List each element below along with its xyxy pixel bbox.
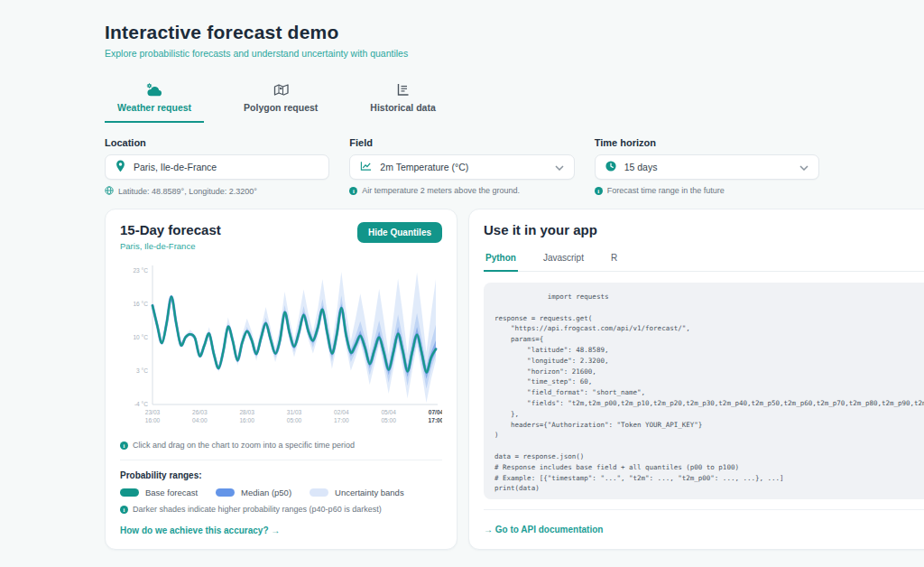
- legend-item-base-forecast: Base forecast: [120, 488, 198, 497]
- tab-historical-data[interactable]: Historical data: [357, 82, 448, 123]
- location-value: Paris, Ile-de-France: [134, 162, 217, 172]
- horizon-value: 15 days: [624, 162, 658, 172]
- globe-icon: [105, 186, 114, 197]
- forecast-card-title: 15-Day forecast: [120, 222, 221, 237]
- polygon-map-icon: [273, 82, 289, 97]
- page-title: Interactive forecast demo: [105, 22, 819, 43]
- field-select[interactable]: 2m Temperature (°C): [349, 154, 574, 180]
- info-icon: i: [349, 187, 357, 195]
- svg-text:05/0405:00: 05/0405:00: [381, 409, 396, 423]
- field-label: Field: [349, 137, 574, 148]
- tab-historical-data-label: Historical data: [370, 102, 435, 113]
- forecast-chart[interactable]: 23 °C16 °C10 °C3 °C-4 °C23/0316:0026/030…: [120, 258, 442, 435]
- chart-zoom-hint-text: Click and drag on the chart to zoom into…: [133, 441, 355, 450]
- svg-text:10 °C: 10 °C: [133, 334, 148, 340]
- location-label: Location: [105, 137, 329, 148]
- location-helper: Latitude: 48.8589°, Longitude: 2.3200°: [105, 186, 329, 197]
- tab-polygon-request[interactable]: Polygon request: [231, 82, 330, 123]
- info-icon: i: [120, 506, 128, 514]
- svg-text:-4 °C: -4 °C: [134, 401, 148, 407]
- historical-chart-icon: [396, 82, 410, 97]
- chevron-down-icon: [799, 162, 808, 172]
- clock-icon: [605, 161, 616, 173]
- svg-text:02/0417:00: 02/0417:00: [334, 409, 349, 423]
- divider: [120, 460, 442, 460]
- median-swatch: [216, 488, 235, 497]
- field-helper-text: Air temperature 2 meters above the groun…: [362, 186, 520, 195]
- svg-text:28/0316:00: 28/0316:00: [239, 409, 254, 423]
- tab-javascript[interactable]: Javascript: [541, 246, 586, 272]
- tab-r[interactable]: R: [609, 246, 619, 272]
- hide-quantiles-button[interactable]: Hide Quantiles: [357, 222, 442, 243]
- chart-zoom-hint: i Click and drag on the chart to zoom in…: [120, 441, 442, 450]
- legend-item-uncertainty: Uncertainty bands: [310, 488, 404, 497]
- horizon-label: Time horizon: [595, 137, 819, 148]
- horizon-helper: i Forecast time range in the future: [595, 186, 819, 195]
- legend-median-label: Median (p50): [241, 488, 291, 497]
- forecast-card-location: Paris, Ile-de-France: [120, 241, 221, 251]
- location-field-group: Location Paris, Ile-de-France L: [105, 137, 329, 197]
- legend-note: i Darker shades indicate higher probabil…: [120, 505, 442, 514]
- svg-text:23/0316:00: 23/0316:00: [145, 409, 161, 423]
- location-helper-text: Latitude: 48.8589°, Longitude: 2.3200°: [118, 187, 257, 196]
- line-chart-icon: [360, 161, 372, 173]
- page: Interactive forecast demo Explore probab…: [105, 0, 819, 550]
- chart-legend: Base forecast Median (p50) Uncertainty b…: [120, 488, 442, 497]
- code-card-footer: → Go to API documentation: [484, 499, 924, 536]
- tab-polygon-request-label: Polygon request: [244, 102, 318, 113]
- tab-weather-request-label: Weather request: [117, 102, 191, 113]
- field-value: 2m Temperature (°C): [380, 162, 468, 172]
- location-pin-icon: [116, 160, 125, 174]
- field-helper: i Air temperature 2 meters above the gro…: [349, 186, 574, 195]
- svg-text:23 °C: 23 °C: [133, 267, 148, 274]
- svg-text:31/0305:00: 31/0305:00: [287, 409, 302, 423]
- legend-uncertainty-label: Uncertainty bands: [335, 488, 404, 497]
- legend-note-text: Darker shades indicate higher probabilit…: [133, 505, 382, 514]
- legend-base-forecast-label: Base forecast: [145, 488, 198, 497]
- weather-cloud-gear-icon: [145, 82, 163, 97]
- info-icon: i: [595, 187, 603, 195]
- horizon-select[interactable]: 15 days: [595, 154, 819, 180]
- request-form: Location Paris, Ile-de-France L: [105, 137, 819, 197]
- info-icon: i: [120, 442, 128, 450]
- chevron-down-icon: [555, 162, 564, 172]
- horizon-helper-text: Forecast time range in the future: [607, 186, 725, 195]
- svg-text:16 °C: 16 °C: [133, 301, 148, 307]
- language-tabs: Python Javascript R: [484, 246, 924, 272]
- uncertainty-swatch: [310, 488, 328, 497]
- code-block-container: import requests response = requests.get(…: [484, 283, 924, 499]
- horizon-field-group: Time horizon 15 days i Forecast time ran…: [595, 137, 819, 197]
- svg-text:26/0304:00: 26/0304:00: [192, 409, 208, 423]
- svg-text:07/0417:00: 07/0417:00: [429, 409, 442, 423]
- base-forecast-swatch: [120, 488, 139, 497]
- legend-item-median: Median (p50): [216, 488, 291, 497]
- code-card: Use it in your app Python Javascript R i…: [468, 209, 924, 550]
- tab-weather-request[interactable]: Weather request: [105, 82, 204, 123]
- accuracy-link[interactable]: How do we achieve this accuracy? →: [120, 525, 442, 535]
- forecast-chart-container: 23 °C16 °C10 °C3 °C-4 °C23/0316:0026/030…: [120, 258, 442, 439]
- page-subtitle: Explore probabilistic forecasts and unde…: [105, 48, 819, 59]
- request-type-tabs: Weather request Polygon request: [105, 82, 819, 123]
- divider: [484, 509, 924, 510]
- legend-title: Probability ranges:: [120, 470, 442, 480]
- api-docs-link[interactable]: → Go to API documentation: [484, 525, 603, 534]
- svg-text:3 °C: 3 °C: [136, 367, 148, 374]
- code-card-title: Use it in your app: [484, 222, 924, 237]
- tab-python[interactable]: Python: [484, 246, 518, 272]
- field-field-group: Field 2m Temperature (°C) i Air temperat…: [349, 137, 574, 197]
- code-block: import requests response = requests.get(…: [484, 283, 924, 499]
- forecast-card: 15-Day forecast Paris, Ile-de-France Hid…: [105, 209, 457, 550]
- location-input[interactable]: Paris, Ile-de-France: [105, 154, 329, 180]
